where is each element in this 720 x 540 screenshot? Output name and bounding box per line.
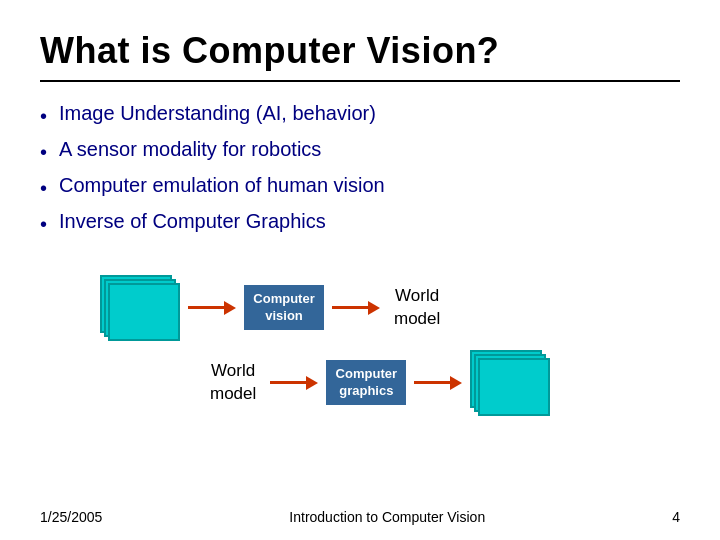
title-divider (40, 80, 680, 82)
arrow-line-3 (270, 381, 306, 384)
footer-date: 1/25/2005 (40, 509, 102, 525)
bullet-dot-4: • (40, 210, 47, 238)
slide-title: What is Computer Vision? (40, 30, 680, 72)
arrow-head-4 (450, 376, 462, 390)
computer-vision-box: Computervision (244, 285, 324, 331)
page-front (108, 283, 180, 341)
bullet-item-3: • Computer emulation of human vision (40, 174, 680, 202)
arrow-head-1 (224, 301, 236, 315)
footer-center: Introduction to Computer Vision (289, 509, 485, 525)
arrow-line-4 (414, 381, 450, 384)
arrow-3 (270, 376, 318, 390)
bullet-item-4: • Inverse of Computer Graphics (40, 210, 680, 238)
bullet-list: • Image Understanding (AI, behavior) • A… (40, 102, 680, 246)
bullet-item-2: • A sensor modality for robotics (40, 138, 680, 166)
computer-graphics-box: Computergraphics (326, 360, 406, 406)
bullet-dot-2: • (40, 138, 47, 166)
arrow-line-2 (332, 306, 368, 309)
bullet-item-1: • Image Understanding (AI, behavior) (40, 102, 680, 130)
slide: What is Computer Vision? • Image Underst… (0, 0, 720, 540)
world-model-left: Worldmodel (210, 360, 256, 404)
page-front-r (478, 358, 550, 416)
footer: 1/25/2005 Introduction to Computer Visio… (0, 509, 720, 525)
arrow-1 (188, 301, 236, 315)
footer-page: 4 (672, 509, 680, 525)
diagram-row2: Worldmodel Computergraphics (210, 350, 680, 415)
arrow-line-1 (188, 306, 224, 309)
arrow-head-3 (306, 376, 318, 390)
arrow-head-2 (368, 301, 380, 315)
arrow-4 (414, 376, 462, 390)
arrow-2 (332, 301, 380, 315)
diagram-row1: Computervision Worldmodel (100, 275, 680, 340)
bullet-dot-1: • (40, 102, 47, 130)
bullet-dot-3: • (40, 174, 47, 202)
world-model-right: Worldmodel (394, 285, 440, 329)
diagram: Computervision Worldmodel Worldmodel Com… (100, 275, 680, 415)
stacked-pages-top (100, 275, 180, 340)
stacked-pages-bottom (470, 350, 550, 415)
